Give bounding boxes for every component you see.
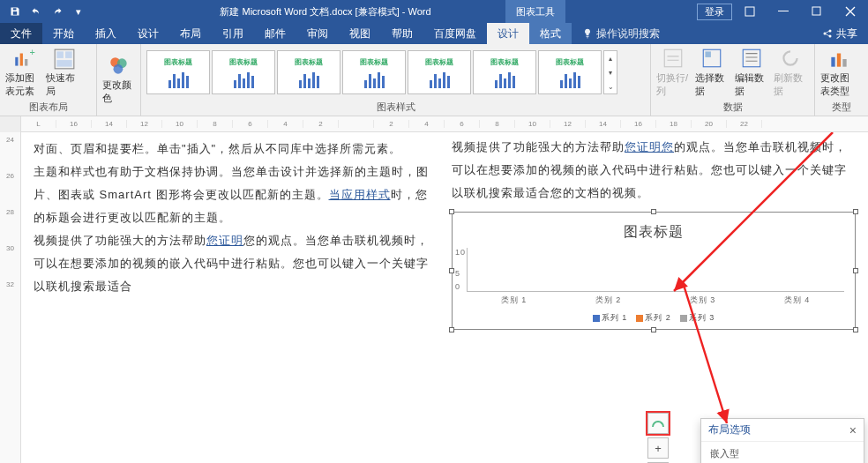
select-data-icon — [700, 47, 723, 70]
tab-view[interactable]: 视图 — [339, 23, 381, 44]
tab-chart-design[interactable]: 设计 — [487, 23, 529, 44]
tab-insert[interactable]: 插入 — [85, 23, 127, 44]
switch-row-col-button: 切换行/列 — [656, 47, 692, 98]
chart-title[interactable]: 图表标题 — [456, 218, 851, 246]
title-bar: ▾ 新建 Microsoft Word 文档.docx [兼容模式] - Wor… — [0, 0, 868, 23]
tab-file[interactable]: 文件 — [0, 23, 42, 44]
refresh-data-button: 刷新数据 — [774, 47, 809, 98]
svg-rect-22 — [837, 54, 841, 67]
ribbon-display-icon[interactable] — [734, 0, 766, 23]
group-label-styles: 图表样式 — [141, 101, 650, 116]
tab-review[interactable]: 审阅 — [296, 23, 339, 44]
svg-rect-6 — [15, 57, 18, 66]
svg-rect-23 — [842, 59, 846, 67]
svg-rect-7 — [20, 54, 23, 66]
tab-chart-format[interactable]: 格式 — [529, 23, 572, 44]
tab-home[interactable]: 开始 — [42, 23, 85, 44]
switch-icon — [662, 47, 685, 70]
layout-options-button[interactable] — [647, 413, 669, 434]
colors-icon — [108, 55, 131, 78]
tab-baidu[interactable]: 百度网盘 — [423, 23, 487, 44]
svg-rect-17 — [664, 49, 682, 67]
chart-styles-gallery[interactable]: 图表标题 图表标题 图表标题 图表标题 图表标题 图表标题 图表标题 ▴▾⌄ — [146, 50, 617, 94]
tell-me-search[interactable]: 操作说明搜索 — [572, 23, 670, 44]
edit-data-icon — [740, 47, 763, 70]
svg-point-4 — [829, 30, 832, 33]
change-chart-type-button[interactable]: 更改图表类型 — [820, 47, 857, 98]
tab-help[interactable]: 帮助 — [381, 23, 423, 44]
style-thumb[interactable]: 图表标题 — [277, 50, 340, 94]
quick-layout-button[interactable]: 快速布局 — [46, 47, 83, 98]
qat-more-icon[interactable]: ▾ — [69, 2, 88, 21]
close-icon[interactable]: × — [849, 423, 857, 437]
ribbon-tabs: 文件 开始 插入 设计 布局 引用 邮件 审阅 视图 帮助 百度网盘 设计 格式… — [0, 23, 868, 44]
style-thumb[interactable]: 图表标题 — [212, 50, 275, 94]
document-page[interactable]: 对面、页眉和提要栏。单击"插入"，然后从不同库中选择所需元素。 主题和样式也有助… — [21, 132, 868, 463]
context-tab-title: 图表工具 — [505, 0, 565, 23]
style-thumb[interactable]: 图表标题 — [538, 50, 602, 94]
style-thumb[interactable]: 图表标题 — [342, 50, 406, 94]
svg-rect-12 — [65, 51, 72, 58]
change-colors-button[interactable]: 更改颜色 — [102, 54, 135, 105]
minimize-icon[interactable] — [767, 0, 799, 23]
ribbon: + 添加图表元素 快速布局 图表布局 更改颜色 图表标题 图表标题 图表标题 图… — [0, 44, 868, 116]
text-column-left: 对面、页眉和提要栏。单击"插入"，然后从不同库中选择所需元素。 主题和样式也有助… — [26, 132, 445, 463]
share-icon — [822, 28, 833, 39]
undo-icon[interactable] — [26, 2, 46, 21]
svg-rect-21 — [831, 57, 834, 67]
add-chart-element-button[interactable]: + 添加图表元素 — [5, 47, 42, 98]
style-thumb[interactable]: 图表标题 — [146, 50, 210, 94]
quick-layout-icon — [53, 48, 76, 71]
horizontal-ruler: L161412108642246810121416182022 — [0, 116, 868, 132]
tab-mailings[interactable]: 邮件 — [254, 23, 296, 44]
group-label-layout: 图表布局 — [0, 101, 96, 116]
redo-icon[interactable] — [48, 2, 67, 21]
svg-rect-19 — [706, 51, 712, 56]
svg-point-16 — [113, 63, 123, 73]
svg-rect-1 — [778, 11, 789, 11]
tab-layout[interactable]: 布局 — [169, 23, 212, 44]
chart-plot-area[interactable]: 10 5 0 — [467, 248, 844, 292]
close-icon[interactable] — [834, 0, 866, 23]
chart-element-icon: + — [12, 48, 35, 71]
chart-object[interactable]: 图表标题 10 5 0 类别 1类别 2类别 3类别 4 系列 1系列 2系列 … — [452, 212, 856, 330]
vertical-ruler: 2426283032 — [0, 132, 21, 463]
svg-rect-20 — [743, 49, 760, 67]
chart-elements-button[interactable]: + — [647, 437, 669, 459]
lightbulb-icon — [582, 28, 593, 39]
svg-rect-8 — [25, 59, 27, 66]
style-thumb[interactable]: 图表标题 — [473, 50, 536, 94]
save-icon[interactable] — [5, 2, 25, 21]
svg-point-5 — [829, 35, 832, 38]
svg-rect-13 — [56, 60, 71, 67]
group-label-data: 数据 — [651, 101, 814, 116]
popup-title: 布局选项 — [708, 422, 751, 437]
login-button[interactable]: 登录 — [697, 4, 732, 20]
gallery-more-button[interactable]: ▴▾⌄ — [603, 50, 617, 94]
edit-data-button[interactable]: 编辑数据 — [735, 47, 770, 98]
document-title: 新建 Microsoft Word 文档.docx [兼容模式] - Word — [220, 5, 430, 19]
svg-rect-2 — [812, 7, 820, 15]
svg-text:+: + — [30, 48, 35, 57]
select-data-button[interactable]: 选择数据 — [695, 47, 730, 98]
maximize-icon[interactable] — [801, 0, 833, 23]
tab-references[interactable]: 引用 — [212, 23, 254, 44]
svg-rect-11 — [56, 51, 64, 58]
tab-design[interactable]: 设计 — [127, 23, 169, 44]
group-label-type: 类型 — [815, 101, 868, 116]
style-thumb[interactable]: 图表标题 — [408, 50, 471, 94]
chart-type-icon — [827, 48, 850, 71]
share-button[interactable]: 共享 — [812, 26, 868, 41]
chart-legend[interactable]: 系列 1系列 2系列 3 — [456, 310, 851, 325]
layout-options-popup: 布局选项 × 嵌入型 文字环绕 — [700, 418, 864, 463]
svg-rect-0 — [745, 7, 754, 16]
refresh-icon — [779, 47, 802, 70]
